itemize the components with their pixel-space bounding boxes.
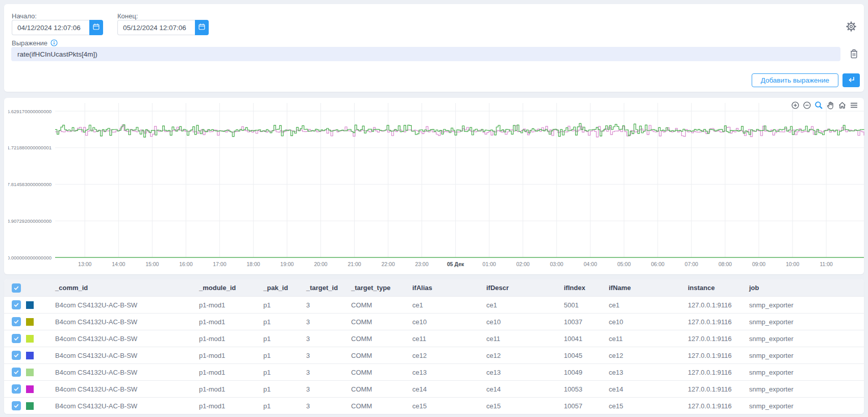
cell-ifIndex: 10041 xyxy=(561,335,606,343)
cell-comm_id: B4com CS4132U-AC-B-SW xyxy=(52,369,196,376)
start-calendar-button[interactable] xyxy=(89,20,103,35)
cell-ifDescr: ce12 xyxy=(483,352,561,359)
select-all-checkbox[interactable] xyxy=(12,283,21,293)
cell-ifDescr: ce10 xyxy=(483,318,561,326)
col-header-instance[interactable]: instance xyxy=(685,284,746,292)
cell-ifIndex: 10037 xyxy=(561,318,606,326)
box-zoom-icon[interactable] xyxy=(814,100,824,110)
expression-input[interactable] xyxy=(11,47,840,61)
x-tick-label: 15:00 xyxy=(145,261,159,267)
series-color-swatch xyxy=(26,301,34,309)
row-checkbox[interactable] xyxy=(12,334,21,343)
end-date-input[interactable] xyxy=(117,20,195,35)
end-calendar-button[interactable] xyxy=(195,20,209,35)
table-row: B4com CS4132U-AC-B-SWp1-mod1p13COMMce13c… xyxy=(4,363,864,380)
cell-comm_id: B4com CS4132U-AC-B-SW xyxy=(52,352,196,359)
x-tick-label: 04:00 xyxy=(584,261,597,267)
start-date-group xyxy=(12,20,103,35)
settings-button[interactable] xyxy=(845,20,857,33)
cell-instance: 127.0.0.1:9116 xyxy=(685,369,746,376)
row-checkbox[interactable] xyxy=(12,317,21,326)
cell-ifIndex: 10045 xyxy=(561,352,606,359)
y-tick-label: 15.629170000000000 xyxy=(8,109,52,114)
cell-ifIndex: 5001 xyxy=(561,301,606,309)
enter-icon xyxy=(847,76,855,85)
table-row: B4com CS4132U-AC-B-SWp1-mod1p13COMMce12c… xyxy=(4,347,864,363)
home-icon[interactable] xyxy=(837,100,847,110)
y-tick-label: 0.000000000000000 xyxy=(8,255,52,260)
zoom-out-icon[interactable] xyxy=(802,100,812,110)
cell-ifAlias: ce11 xyxy=(409,335,483,343)
x-tick-label: 01:00 xyxy=(483,261,496,267)
x-tick-label: 23:00 xyxy=(415,261,429,267)
trash-icon xyxy=(849,54,859,61)
table-row: B4com CS4132U-AC-B-SWp1-mod1p13COMMce10c… xyxy=(4,313,864,330)
calendar-icon xyxy=(198,23,206,32)
row-checkbox[interactable] xyxy=(12,351,21,360)
cell-instance: 127.0.0.1:9116 xyxy=(685,301,746,309)
cell-ifDescr: ce13 xyxy=(483,369,561,376)
col-header-ifindex[interactable]: ifIndex xyxy=(561,284,606,292)
cell-pak_id: p1 xyxy=(260,369,303,376)
x-tick-label: 07:00 xyxy=(685,261,698,267)
cell-job: snmp_exporter xyxy=(746,335,864,343)
col-header-pak-id[interactable]: _pak_id xyxy=(260,284,303,292)
end-date-label: Конец: xyxy=(117,12,138,20)
cell-pak_id: p1 xyxy=(260,318,303,326)
cell-module_id: p1-mod1 xyxy=(196,335,260,343)
table-row: B4com CS4132U-AC-B-SWp1-mod1p13COMMce15c… xyxy=(4,397,864,414)
timeseries-chart[interactable]: 13:0014:0015:0016:0017:0018:0019:0020:00… xyxy=(8,98,868,274)
cell-module_id: p1-mod1 xyxy=(196,352,260,359)
cell-ifName: ce14 xyxy=(606,385,685,393)
row-checkbox[interactable] xyxy=(12,368,21,377)
col-header-module-id[interactable]: _module_id xyxy=(196,284,260,292)
table-row: B4com CS4132U-AC-B-SWp1-mod1p13COMMce1ce… xyxy=(4,296,864,313)
cell-ifName: ce10 xyxy=(606,318,685,326)
cell-ifAlias: ce12 xyxy=(409,352,483,359)
cell-job: snmp_exporter xyxy=(746,352,864,359)
cell-target_id: 3 xyxy=(303,352,348,359)
cell-comm_id: B4com CS4132U-AC-B-SW xyxy=(52,301,196,309)
row-checkbox[interactable] xyxy=(12,384,21,394)
cell-instance: 127.0.0.1:9116 xyxy=(685,352,746,359)
add-expression-button[interactable]: Добавить выражение xyxy=(752,73,838,87)
cell-module_id: p1-mod1 xyxy=(196,402,260,410)
series-table: _comm_id _module_id _pak_id _target_id _… xyxy=(4,279,864,414)
cell-target_id: 3 xyxy=(303,335,348,343)
x-tick-label: 14:00 xyxy=(112,261,125,267)
col-header-comm-id[interactable]: _comm_id xyxy=(52,284,196,292)
expression-actions: Добавить выражение xyxy=(752,73,860,87)
series-color-swatch xyxy=(26,402,34,410)
col-header-ifname[interactable]: ifName xyxy=(606,284,685,292)
row-checkbox[interactable] xyxy=(12,401,21,410)
col-header-job[interactable]: job xyxy=(746,284,864,292)
delete-expression-button[interactable] xyxy=(849,48,859,60)
menu-icon[interactable] xyxy=(849,100,859,110)
run-query-button[interactable] xyxy=(842,73,860,87)
cell-pak_id: p1 xyxy=(260,385,303,393)
cell-ifDescr: ce15 xyxy=(483,402,561,410)
x-tick-label: 22:00 xyxy=(381,261,394,267)
x-tick-label: 06:00 xyxy=(651,261,664,267)
zoom-in-icon[interactable] xyxy=(790,100,800,110)
cell-target_id: 3 xyxy=(303,402,348,410)
cell-ifDescr: ce14 xyxy=(483,385,561,393)
cell-target_id: 3 xyxy=(303,369,348,376)
cell-ifDescr: ce11 xyxy=(483,335,561,343)
start-date-label: Начало: xyxy=(12,12,37,20)
gear-icon xyxy=(845,27,857,34)
cell-module_id: p1-mod1 xyxy=(196,318,260,326)
cell-target_type: COMM xyxy=(348,385,409,393)
col-header-ifdescr[interactable]: ifDescr xyxy=(483,284,561,292)
cell-instance: 127.0.0.1:9116 xyxy=(685,335,746,343)
col-header-ifalias[interactable]: ifAlias xyxy=(409,284,483,292)
col-header-target-id[interactable]: _target_id xyxy=(303,284,348,292)
cell-job: snmp_exporter xyxy=(746,318,864,326)
start-date-input[interactable] xyxy=(12,20,89,35)
row-checkbox[interactable] xyxy=(12,300,21,309)
cell-pak_id: p1 xyxy=(260,335,303,343)
cell-ifName: ce13 xyxy=(606,369,685,376)
col-header-target-type[interactable]: _target_type xyxy=(348,284,409,292)
cell-target_type: COMM xyxy=(348,402,409,410)
pan-icon[interactable] xyxy=(826,100,835,110)
